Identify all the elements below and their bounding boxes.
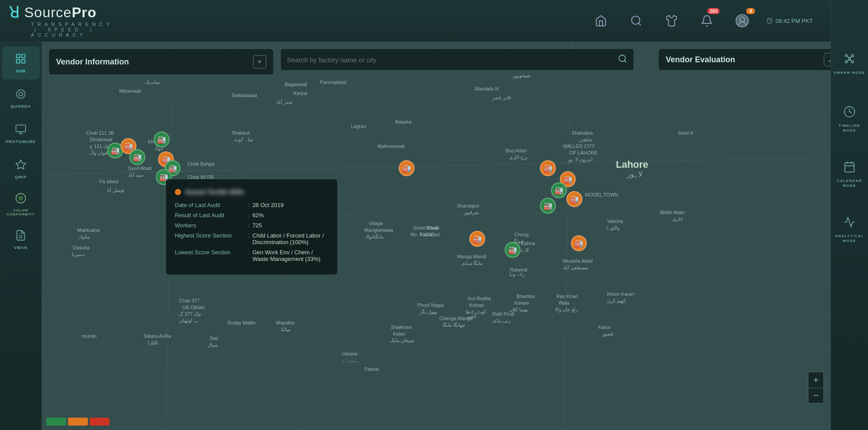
tooltip-vendor-name: Kamal Textile Mills: [175, 188, 328, 196]
legend-orange: [68, 418, 88, 426]
nav-icons: 283 0 08:42 PM PKT ☰: [590, 10, 868, 32]
map-marker-3[interactable]: 🏭: [129, 149, 145, 165]
swarm-mode-button[interactable]: SWARM MODE: [832, 42, 867, 86]
svg-point-50: [845, 61, 848, 63]
sidebar-item-label-qmip: QMIP: [15, 175, 26, 179]
tooltip-val-highest: Child Labor / Forced Labor / Discriminat…: [253, 232, 328, 245]
swarm-mode-label: SWARM MODE: [834, 71, 865, 75]
legend-red: [90, 418, 109, 426]
calendar-mode-icon: [843, 161, 856, 176]
analytical-mode-icon: [843, 216, 856, 231]
tooltip-row-date: Date of Last Audit : 28 Oct 2019: [175, 202, 328, 208]
tooltip-val-workers: 725: [253, 222, 328, 229]
sidebar: VSN QUONDA PROTOWARE QMIP: [0, 42, 42, 430]
svg-line-52: [847, 57, 849, 58]
tooltip-row-result: Result of Last Audit : 62%: [175, 212, 328, 219]
svg-point-3: [740, 17, 745, 22]
map-marker-9[interactable]: 🏭: [469, 231, 485, 247]
sidebar-item-qmip[interactable]: QMIP: [2, 152, 40, 185]
svg-rect-57: [845, 163, 854, 172]
user-badge: 0: [746, 8, 755, 14]
svg-point-0: [632, 16, 640, 25]
map-marker-8[interactable]: 🏭: [399, 160, 415, 176]
sidebar-item-vman[interactable]: VMAN: [2, 223, 40, 256]
tooltip-val-lowest: Gen Work Env / Chem / Waste Management (…: [253, 249, 328, 262]
search-button[interactable]: [625, 10, 647, 32]
tooltip-key-lowest: Lowest Score Section: [175, 249, 245, 262]
tooltip-val-result: 62%: [253, 212, 328, 219]
analytical-mode-button[interactable]: ANALYTICAL MODE: [832, 207, 867, 252]
map-area[interactable]: Farooqabad Safdarabad صدر آباد Baganwali…: [42, 42, 868, 430]
protoware-icon: [15, 124, 26, 138]
svg-point-49: [852, 55, 854, 57]
calendar-mode-button[interactable]: CALENDAR MODE: [832, 152, 867, 196]
svg-rect-7: [16, 60, 20, 63]
timeline-mode-icon: [843, 106, 856, 121]
logo-tagline: TRANSPARENCY | SPEED | ACCURACY: [9, 22, 115, 38]
swarm-mode-icon: [843, 53, 856, 68]
logo-symbol: ꓤ: [9, 4, 20, 20]
home-button[interactable]: [590, 10, 612, 32]
timeline-mode-button[interactable]: TIMELINE MODE: [832, 97, 867, 141]
search-bar: [280, 49, 634, 71]
tooltip-row-workers: Workers : 725: [175, 222, 328, 229]
svg-point-51: [852, 61, 854, 63]
svg-rect-11: [16, 125, 26, 132]
vendor-dot: [175, 189, 181, 195]
svg-point-9: [16, 90, 25, 98]
zoom-in-button[interactable]: +: [808, 372, 824, 388]
sidebar-item-quonda[interactable]: QUONDA: [2, 82, 40, 115]
svg-rect-6: [22, 54, 25, 58]
quonda-icon: [15, 88, 26, 102]
sidebar-item-vsn[interactable]: VSN: [2, 46, 40, 79]
tooltip-row-highest: Highest Score Section : Child Labor / Fo…: [175, 232, 328, 245]
sidebar-item-color-conformity[interactable]: COLOR CONFORMITY: [2, 188, 40, 221]
calendar-mode-label: CALENDAR MODE: [832, 179, 867, 188]
apparel-button[interactable]: [660, 10, 683, 32]
tooltip-key-result: Result of Last Audit: [175, 212, 245, 219]
map-marker-10[interactable]: 🏭: [505, 242, 521, 258]
map-marker-14[interactable]: 🏭: [566, 191, 582, 207]
sidebar-item-label-vman: VMAN: [14, 245, 28, 250]
notification-button[interactable]: 283: [696, 10, 718, 32]
map-marker-15[interactable]: 🏭: [540, 198, 556, 214]
svg-rect-8: [22, 60, 25, 63]
map-marker-11[interactable]: 🏭: [540, 160, 556, 176]
svg-rect-5: [16, 54, 20, 58]
top-navigation: ꓤ SourcePro TRANSPARENCY | SPEED | ACCUR…: [0, 0, 868, 42]
vsn-icon: [15, 53, 26, 67]
sidebar-item-label-color-conformity: COLOR CONFORMITY: [2, 208, 40, 216]
search-input[interactable]: [287, 56, 613, 64]
vendor-info-header: Vendor Information +: [49, 49, 273, 75]
logo-text: SourcePro: [24, 4, 97, 21]
svg-point-10: [19, 92, 23, 96]
map-marker-16[interactable]: 🏭: [571, 235, 587, 251]
svg-point-48: [845, 55, 848, 57]
user-button[interactable]: 0: [731, 10, 753, 32]
tooltip-key-highest: Highest Score Section: [175, 232, 245, 245]
color-conformity-icon: [15, 192, 26, 207]
svg-marker-14: [16, 160, 26, 169]
svg-line-55: [849, 60, 852, 61]
tooltip-key-date: Date of Last Audit: [175, 202, 245, 208]
qmip-icon: [15, 159, 26, 173]
svg-line-53: [849, 57, 852, 58]
vman-icon: [15, 230, 26, 244]
map-marker-4[interactable]: 🏭: [154, 132, 170, 147]
zoom-controls: + −: [808, 372, 824, 404]
svg-line-54: [847, 60, 849, 61]
tooltip-val-date: 28 Oct 2019: [253, 202, 328, 208]
svg-point-45: [619, 55, 626, 61]
vendor-info-panel: Vendor Information +: [49, 49, 274, 75]
vendor-info-add-button[interactable]: +: [253, 55, 266, 68]
svg-point-47: [849, 58, 851, 60]
svg-point-16: [19, 196, 23, 200]
vendor-eval-title: Vendor Evaluation: [666, 55, 735, 64]
timeline-mode-label: TIMELINE MODE: [832, 124, 867, 133]
search-icon[interactable]: [618, 54, 627, 66]
sidebar-item-protoware[interactable]: PROTOWARE: [2, 117, 40, 150]
sidebar-item-label-quonda: QUONDA: [11, 104, 31, 109]
map-marker-13[interactable]: 🏭: [551, 182, 567, 198]
zoom-out-button[interactable]: −: [808, 388, 824, 404]
logo-area: ꓤ SourcePro TRANSPARENCY | SPEED | ACCUR…: [0, 4, 124, 38]
